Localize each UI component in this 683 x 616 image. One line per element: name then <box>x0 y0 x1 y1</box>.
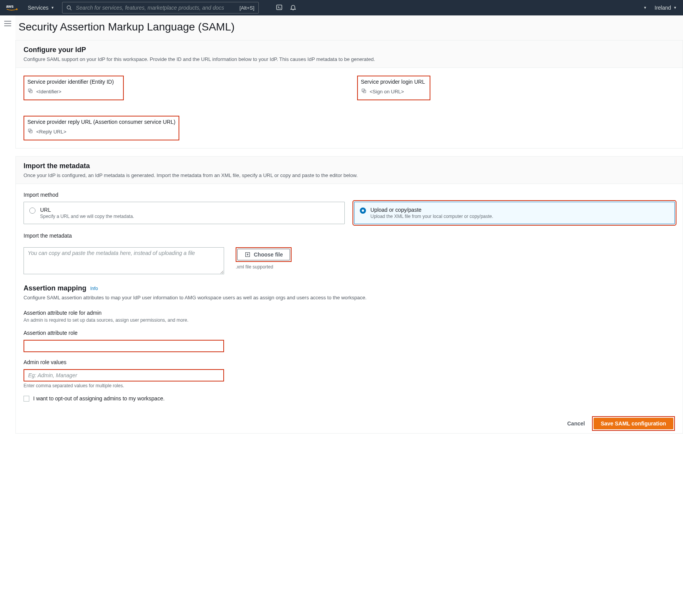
import-heading: Import the metadata <box>24 162 675 170</box>
search-shortcut-hint: [Alt+S] <box>239 5 255 11</box>
caret-down-icon: ▼ <box>643 6 647 10</box>
import-subtext: Once your IdP is configured, an IdP meta… <box>24 172 675 178</box>
caret-down-icon: ▼ <box>673 6 677 10</box>
file-hint: .xml file supported <box>236 264 292 270</box>
import-url-title: URL <box>40 207 134 213</box>
admin-values-label: Admin role values <box>24 359 675 365</box>
copy-icon[interactable] <box>27 88 33 95</box>
attr-role-input[interactable] <box>24 340 224 352</box>
import-method-upload[interactable]: Upload or copy/paste Upload the XML file… <box>354 202 675 224</box>
import-method-url[interactable]: URL Specify a URL and we will copy the m… <box>24 202 345 224</box>
import-url-sub: Specify a URL and we will copy the metad… <box>40 214 134 219</box>
admin-role-subtext: An admin is required to set up data sour… <box>24 317 675 323</box>
global-search[interactable]: [Alt+S] <box>62 2 259 14</box>
reply-url-label: Service provider reply URL (Assertion co… <box>27 119 175 125</box>
radio-icon <box>360 208 366 214</box>
copy-icon[interactable] <box>361 88 367 95</box>
login-url-value: <Sign on URL> <box>370 89 404 95</box>
optout-checkbox[interactable] <box>24 396 29 402</box>
region-menu[interactable]: Ireland ▼ <box>654 5 677 11</box>
cancel-button[interactable]: Cancel <box>567 420 585 427</box>
entity-id-value: <Identifier> <box>36 89 61 95</box>
upload-icon <box>245 251 251 258</box>
assertion-heading: Assertion mapping <box>24 284 86 292</box>
svg-line-2 <box>70 8 71 10</box>
copy-icon[interactable] <box>27 128 33 135</box>
save-saml-label: Save SAML configuration <box>601 420 666 427</box>
top-nav: aws Services ▼ [Alt+S] ▼ Ireland ▼ <box>0 0 683 15</box>
configure-heading: Configure your IdP <box>24 46 675 54</box>
region-label: Ireland <box>654 5 671 11</box>
radio-icon <box>29 208 35 214</box>
search-input[interactable] <box>75 4 236 11</box>
assertion-subtext: Configure SAML assertion attributes to m… <box>24 295 675 300</box>
services-label: Services <box>28 5 49 11</box>
admin-values-hint: Enter comma separated values for multipl… <box>24 383 675 388</box>
attr-role-label: Assertion attribute role <box>24 330 675 336</box>
search-icon <box>66 5 72 11</box>
cloudshell-icon[interactable] <box>276 4 283 12</box>
caret-down-icon: ▼ <box>51 6 54 10</box>
optout-label: I want to opt-out of assigning admins to… <box>33 395 165 402</box>
services-menu[interactable]: Services ▼ <box>28 5 54 11</box>
account-menu[interactable]: ▼ <box>643 6 647 10</box>
svg-point-1 <box>67 5 70 9</box>
import-upload-title: Upload or copy/paste <box>371 207 493 213</box>
login-url-label: Service provider login URL <box>361 79 427 85</box>
sidebar-toggle[interactable] <box>0 15 15 453</box>
choose-file-button[interactable]: Choose file <box>237 249 290 260</box>
import-metadata-card: Import the metadata Once your IdP is con… <box>15 156 683 434</box>
page-title: Security Assertion Markup Language (SAML… <box>15 15 683 40</box>
import-method-label: Import method <box>24 192 675 198</box>
configure-idp-card: Configure your IdP Configure SAML suppor… <box>15 40 683 149</box>
configure-subtext: Configure SAML support on your IdP for t… <box>24 56 675 62</box>
import-upload-sub: Upload the XML file from your local comp… <box>371 214 493 219</box>
metadata-textarea[interactable] <box>24 247 224 274</box>
choose-file-label: Choose file <box>254 251 283 258</box>
reply-url-value: <Reply URL> <box>36 129 66 135</box>
save-saml-button[interactable]: Save SAML configuration <box>594 418 673 429</box>
import-metadata-label: Import the metadata <box>24 233 675 239</box>
entity-id-label: Service provider identifier (Entity ID) <box>27 79 120 85</box>
form-footer: Cancel Save SAML configuration <box>16 409 683 433</box>
admin-values-input[interactable] <box>24 369 224 381</box>
aws-logo[interactable]: aws <box>6 3 20 12</box>
admin-role-heading: Assertion attribute role for admin <box>24 310 675 316</box>
notifications-icon[interactable] <box>290 4 297 12</box>
svg-text:aws: aws <box>6 4 13 8</box>
assertion-info-link[interactable]: Info <box>90 286 98 291</box>
